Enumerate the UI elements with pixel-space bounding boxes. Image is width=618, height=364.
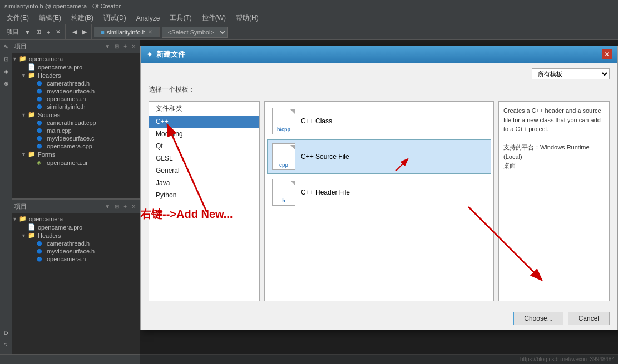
tree-icon: 🔵 xyxy=(37,104,46,109)
tree-item[interactable]: ▼📁Headers xyxy=(12,231,140,240)
tree-item[interactable]: 🔵camerathread.cpp xyxy=(12,119,140,127)
panel-link-btn[interactable]: ⊞ xyxy=(113,43,121,50)
desc-text: Creates a C++ header and a source file f… xyxy=(503,106,605,134)
tree-arrow: ▼ xyxy=(21,152,28,157)
menu-build[interactable]: 构建(B) xyxy=(67,12,98,24)
toolbar-close-btn[interactable]: ✕ xyxy=(53,27,63,37)
category-item[interactable]: C++ xyxy=(149,116,259,128)
tree-label: opencamera.h xyxy=(47,256,86,262)
tree-item[interactable]: ▼📁opencamera xyxy=(12,215,140,223)
choose-button[interactable]: Choose... xyxy=(513,312,563,325)
cancel-button[interactable]: Cancel xyxy=(568,312,610,325)
tree-item[interactable]: 🔵myvideosurface.h xyxy=(12,247,140,255)
project-label: 项目 xyxy=(4,28,21,36)
tree-label: Headers xyxy=(38,232,61,239)
category-item[interactable]: Qt xyxy=(149,140,259,152)
tree-label: opencamera.pro xyxy=(38,64,82,71)
tree-arrow: ▼ xyxy=(12,56,19,62)
template-item[interactable]: cppC++ Source File xyxy=(267,139,491,174)
bottom-add-btn[interactable]: + xyxy=(122,203,128,210)
tree-item[interactable]: ◈opencamera.ui xyxy=(12,158,140,167)
nav-back-btn[interactable]: ◀ xyxy=(70,27,79,37)
tree-item[interactable]: ▼📁Sources xyxy=(12,111,140,119)
top-tree: ▼📁opencamera📄opencamera.pro▼📁Headers🔵cam… xyxy=(12,53,140,198)
tree-item[interactable]: 📄opencamera.pro xyxy=(12,63,140,71)
category-item[interactable]: Java xyxy=(149,177,259,189)
tree-item[interactable]: ▼📁opencamera xyxy=(12,54,140,63)
description-panel: Creates a C++ header and a source file f… xyxy=(498,101,610,301)
bottom-filter-btn[interactable]: ▼ xyxy=(103,203,112,210)
sidebar-project-btn[interactable]: ⚙ xyxy=(1,327,12,338)
project-panel: 项目 ▼ ⊞ + ✕ ▼📁opencamera📄opencamera.pro▼📁… xyxy=(12,40,140,364)
tree-icon: 📄 xyxy=(28,63,37,71)
tree-item[interactable]: 🔵opencamera.h xyxy=(12,95,140,103)
tree-arrow: ▼ xyxy=(21,233,28,238)
tree-label: Headers xyxy=(38,72,61,79)
tree-item[interactable]: 📄opencamera.pro xyxy=(12,223,140,231)
tree-icon: 🔵 xyxy=(37,249,46,254)
tree-item[interactable]: 🔵myvideosurface.c xyxy=(12,134,140,142)
menu-help[interactable]: 帮助(H) xyxy=(231,12,263,24)
menu-debug[interactable]: 调试(D) xyxy=(99,12,131,24)
template-icon: cpp xyxy=(272,143,295,170)
sidebar-help-btn[interactable]: ? xyxy=(1,340,12,351)
tree-item[interactable]: 🔵myvideosurface.h xyxy=(12,87,140,95)
template-item[interactable]: hC++ Header File xyxy=(267,175,491,210)
category-item[interactable]: GLSL xyxy=(149,152,259,164)
template-icon: h/cpp xyxy=(272,108,295,134)
panel-add-btn[interactable]: + xyxy=(122,43,128,50)
tree-icon: 📁 xyxy=(19,215,28,222)
toolbar-link-btn[interactable]: ⊞ xyxy=(34,27,43,37)
tree-item[interactable]: ▼📁Headers xyxy=(12,71,140,79)
sidebar-debug-btn[interactable]: ⊡ xyxy=(1,53,12,64)
dialog-close-btn[interactable]: ✕ xyxy=(602,49,612,59)
menu-file[interactable]: 文件(E) xyxy=(2,12,33,24)
tree-item[interactable]: 🔵opencamera.h xyxy=(12,255,140,263)
tree-item[interactable]: 🔵opencamera.cpp xyxy=(12,142,140,150)
tree-label: opencamera xyxy=(29,56,63,62)
sidebar-design-btn[interactable]: ◈ xyxy=(1,66,12,77)
tree-icon: 📄 xyxy=(28,223,37,231)
toolbar-filter-btn[interactable]: ▼ xyxy=(22,28,33,37)
menu-tools[interactable]: 工具(T) xyxy=(165,12,196,24)
dialog-body: 所有模板 选择一个模板： 文件和类C++ModelingQtGLSLGenera… xyxy=(141,63,617,307)
tree-item[interactable]: 🔵main.cpp xyxy=(12,127,140,134)
tree-icon: 🔵 xyxy=(37,121,46,126)
tab-similarityinfo[interactable]: ■ similarityinfo.h ✕ xyxy=(94,27,159,37)
tree-icon: 📁 xyxy=(19,55,28,62)
toolbar-add-btn[interactable]: + xyxy=(45,28,52,37)
sidebar-edit-btn[interactable]: ✎ xyxy=(1,41,12,52)
menu-edit[interactable]: 编辑(E) xyxy=(34,12,66,24)
bottom-link-btn[interactable]: ⊞ xyxy=(113,203,121,210)
tree-icon: 🔵 xyxy=(37,136,46,141)
tree-label: camerathread.h xyxy=(47,240,90,247)
menu-analyze[interactable]: Analyze xyxy=(132,13,165,23)
sidebar-search-btn[interactable]: ⊕ xyxy=(1,78,12,89)
category-item[interactable]: Modeling xyxy=(149,128,259,140)
tab-close-btn[interactable]: ✕ xyxy=(148,29,152,35)
template-filter-select[interactable]: 所有模板 xyxy=(532,68,610,79)
template-item[interactable]: h/cppC++ Class xyxy=(267,104,491,138)
menu-window[interactable]: 控件(W) xyxy=(197,12,230,24)
tree-item[interactable]: 🔵camerathread.h xyxy=(12,240,140,247)
template-name: C++ Header File xyxy=(301,188,350,196)
bottom-close-btn[interactable]: ✕ xyxy=(130,203,137,210)
panel-filter-btn[interactable]: ▼ xyxy=(103,43,112,50)
nav-forward-btn[interactable]: ▶ xyxy=(80,27,89,37)
tree-icon: 📁 xyxy=(28,72,37,79)
tree-item[interactable]: 🔵similarityinfo.h xyxy=(12,103,140,111)
tree-label: Sources xyxy=(38,112,60,118)
bottom-panel-toolbar: 项目 ▼ ⊞ + ✕ xyxy=(12,200,140,213)
main-area: ✎ ⊡ ◈ ⊕ ⚙ ? ▤ 项目 ▼ ⊞ + ✕ ▼📁opencamera📄op… xyxy=(0,40,618,364)
panel-close-btn[interactable]: ✕ xyxy=(130,43,137,50)
tree-icon: 🔵 xyxy=(37,81,46,86)
tree-item[interactable]: ▼📁Forms xyxy=(12,150,140,158)
tree-item[interactable]: 🔵camerathread.h xyxy=(12,79,140,87)
category-item[interactable]: General xyxy=(149,164,259,177)
tree-icon: 📁 xyxy=(28,111,37,118)
tree-icon: 🔵 xyxy=(37,89,46,94)
category-item[interactable]: Python xyxy=(149,189,259,201)
symbol-selector[interactable]: <Select Symbol> xyxy=(162,27,228,38)
category-item[interactable]: 文件和类 xyxy=(149,102,259,116)
template-icon-corner xyxy=(290,109,295,114)
